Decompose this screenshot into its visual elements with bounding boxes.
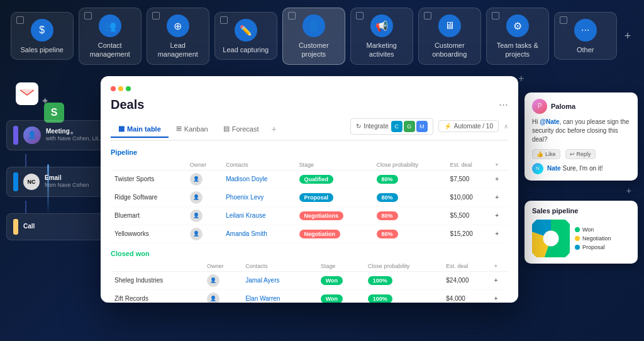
col-deal: Est. deal xyxy=(447,160,492,170)
col-name xyxy=(111,160,186,170)
reply-avatar: N xyxy=(532,163,543,174)
pipeline-table: Owner Contacts Stage Close probability E… xyxy=(111,160,508,243)
col-probability-c: Close probability xyxy=(364,261,443,272)
contact-link[interactable]: Madison Doyle xyxy=(226,176,267,182)
category-icon-marketing-activites: 📢 xyxy=(370,14,393,37)
legend-dot-negotiation xyxy=(575,236,580,241)
row-add[interactable]: + xyxy=(491,271,508,289)
deals-header: Deals ··· xyxy=(111,98,508,112)
category-checkbox xyxy=(560,16,567,24)
contact-link[interactable]: Elan Warren xyxy=(245,295,280,302)
table-row[interactable]: Bluemart 👤 Leilani Krause Negotiations 8… xyxy=(111,206,508,225)
category-item-other[interactable]: ··· Other xyxy=(554,12,617,60)
category-item-marketing-activites[interactable]: 📢 Marketing activites xyxy=(350,8,413,65)
contact-link[interactable]: Leilani Krause xyxy=(226,212,265,219)
sales-mini-title: Sales pipeline xyxy=(532,207,630,215)
reply-icon: ↩ xyxy=(570,151,575,157)
col-add-c: + xyxy=(491,261,508,272)
category-label-lead-management: Lead management xyxy=(153,41,203,59)
category-item-sales-pipeline[interactable]: $ Sales pipeline xyxy=(11,12,74,60)
deals-options[interactable]: ··· xyxy=(499,98,508,111)
maximize-dot[interactable] xyxy=(126,86,131,91)
legend-dot-won xyxy=(575,227,580,232)
automate-button[interactable]: ⚡ Automate / 10 xyxy=(438,120,499,132)
row-name: Sheleg Industries xyxy=(111,271,203,289)
legend-dot-proposal xyxy=(575,245,580,250)
row-add[interactable]: + xyxy=(491,170,508,188)
nav-arrow-right[interactable]: + xyxy=(622,27,634,45)
row-name: Twister Sports xyxy=(111,170,186,188)
table-row[interactable]: Sheleg Industries 👤 Jamal Ayers Won 100%… xyxy=(111,271,508,289)
int-icon-3: M xyxy=(416,121,428,132)
reply-button[interactable]: ↩ Reply xyxy=(565,149,596,159)
table-row[interactable]: Ridge Software 👤 Phoenix Levy Proposal 8… xyxy=(111,188,508,206)
stage-badge: Negotiation xyxy=(299,230,341,238)
contact-link[interactable]: Jamal Ayers xyxy=(245,277,279,284)
category-item-lead-capturing[interactable]: ✏️ Lead capturing xyxy=(214,12,277,60)
add-tab-button[interactable]: + xyxy=(267,121,282,137)
prob-badge: 100% xyxy=(368,294,392,303)
row-add[interactable]: + xyxy=(491,188,508,206)
tab-kanban[interactable]: ⊞ Kanban xyxy=(169,121,216,138)
row-prob: 80% xyxy=(373,170,447,188)
category-item-team-tasks-projects[interactable]: ⚙ Team tasks & projects xyxy=(486,8,549,65)
left-panel: S ✦ ✦ 👤 Meeting with Nave Cohen, Lit... … xyxy=(6,70,94,315)
like-button[interactable]: 👍 Like xyxy=(532,149,560,159)
category-icon-lead-management: ⊕ xyxy=(167,14,189,37)
chat-bubble: P Paloma Hi @Nate, can you please sign t… xyxy=(525,92,638,181)
prob-badge: 80% xyxy=(377,211,398,220)
table-row[interactable]: Twister Sports 👤 Madison Doyle Qualified… xyxy=(111,170,508,188)
activity-email[interactable]: NC Email from Nave Cohen xyxy=(6,167,113,197)
row-owner: 👤 xyxy=(186,170,222,188)
row-deal: $15,200 xyxy=(447,225,492,243)
chat-mention: @Nate xyxy=(540,118,559,125)
contact-link[interactable]: Phoenix Levy xyxy=(226,194,264,201)
category-checkbox xyxy=(356,12,364,20)
row-deal: $10,000 xyxy=(447,188,492,206)
activity-call[interactable]: Call xyxy=(6,213,113,240)
row-contact: Leilani Krause xyxy=(222,206,295,225)
integrate-button[interactable]: ↻ Integrate C G M xyxy=(350,118,433,135)
category-item-customer-projects[interactable]: 👤 Customer projects xyxy=(282,8,345,65)
tab-forecast[interactable]: ▤ Forecast xyxy=(216,121,267,138)
chat-header: P Paloma xyxy=(532,99,630,114)
category-icon-sales-pipeline: $ xyxy=(31,19,53,42)
activity-meeting[interactable]: 👤 Meeting with Nave Cohen, Lit... xyxy=(6,120,113,150)
owner-avatar: 👤 xyxy=(190,228,203,240)
category-label-marketing-activites: Marketing activites xyxy=(357,41,406,59)
contact-link[interactable]: Amanda Smith xyxy=(226,230,267,237)
chat-actions: 👍 Like ↩ Reply xyxy=(532,149,630,159)
meeting-avatar: 👤 xyxy=(23,126,41,144)
category-label-customer-projects: Customer projects xyxy=(289,41,338,59)
row-add[interactable]: + xyxy=(491,225,508,243)
table-row[interactable]: Zift Records 👤 Elan Warren Won 100% $4,0… xyxy=(111,289,508,303)
collapse-icon[interactable]: ∧ xyxy=(504,123,508,130)
chat-message: Hi @Nate, can you please sign the securi… xyxy=(532,118,630,144)
row-contact: Phoenix Levy xyxy=(222,188,295,206)
col-stage-c: Stage xyxy=(317,261,364,272)
col-owner: Owner xyxy=(186,160,222,170)
category-item-lead-management[interactable]: ⊕ Lead management xyxy=(147,8,209,65)
row-stage: Proposal xyxy=(296,188,373,206)
deals-panel: Deals ··· ▦ Main table ⊞ Kanban ▤ Foreca… xyxy=(101,76,518,303)
reply-text: Nate Sure, I'm on it! xyxy=(547,165,603,172)
category-item-contact-management[interactable]: 👥 Contact management xyxy=(79,8,142,65)
row-add[interactable]: + xyxy=(491,289,508,303)
row-owner: 👤 xyxy=(186,188,222,206)
minimize-dot[interactable] xyxy=(118,86,123,91)
col-contacts-c: Contacts xyxy=(242,261,317,272)
col-contacts: Contacts xyxy=(222,160,295,170)
close-dot[interactable] xyxy=(111,86,116,91)
row-stage: Qualified xyxy=(296,170,373,188)
prob-badge: 100% xyxy=(368,276,392,285)
connector-2 xyxy=(25,201,26,213)
row-add[interactable]: + xyxy=(491,206,508,225)
connector-1 xyxy=(25,154,26,167)
sales-mini-content: Won Negotiation Proposal xyxy=(532,220,630,257)
meeting-title: Meeting xyxy=(46,128,106,135)
category-item-customer-onboarding[interactable]: 🖥 Customer onboarding xyxy=(418,8,481,65)
table-row[interactable]: Yellowworks 👤 Amanda Smith Negotiation 8… xyxy=(111,225,508,243)
deals-tabs: ▦ Main table ⊞ Kanban ▤ Forecast + ↻ Int… xyxy=(111,118,508,141)
tab-main-table[interactable]: ▦ Main table xyxy=(111,121,169,138)
email-title: Email xyxy=(45,174,106,182)
